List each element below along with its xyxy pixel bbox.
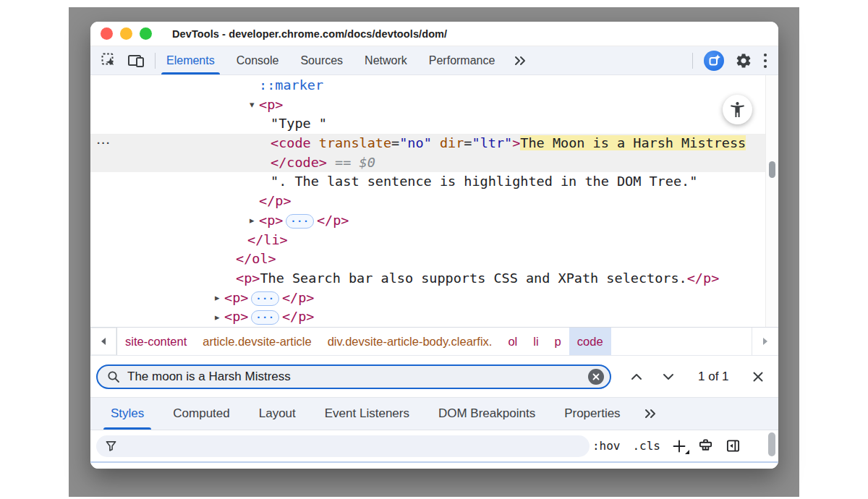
dom-scrollbar-thumb[interactable] bbox=[769, 161, 775, 178]
hidden-children-ellipsis-badge[interactable]: ··· bbox=[286, 214, 313, 229]
styles-tab-styles[interactable]: Styles bbox=[96, 398, 158, 430]
panel-tabs: ElementsConsoleSourcesNetworkPerformance bbox=[156, 46, 506, 74]
hidden-children-ellipsis-badge[interactable]: ··· bbox=[251, 291, 278, 306]
dom-tree-node[interactable]: </li> bbox=[90, 231, 765, 250]
token-plain: = bbox=[391, 135, 399, 150]
more-panels-chevrons-icon[interactable] bbox=[635, 398, 667, 430]
dom-tree-node[interactable]: </p> bbox=[90, 192, 765, 211]
toolbar-right-icons bbox=[692, 46, 778, 74]
dom-tree-node[interactable]: ::marker bbox=[90, 76, 765, 95]
styles-tab-layout[interactable]: Layout bbox=[244, 398, 310, 430]
kebab-menu-icon[interactable] bbox=[763, 53, 767, 69]
dom-tree-node[interactable]: ▸<p>···</p> bbox=[90, 289, 765, 308]
dom-tree-node[interactable]: </code> == $0 bbox=[90, 153, 765, 173]
token-attr: dir bbox=[440, 135, 464, 150]
toolbar-left-icons bbox=[90, 46, 155, 74]
dom-scrollbar[interactable] bbox=[765, 75, 778, 327]
styles-scrollbar-thumb[interactable] bbox=[768, 432, 775, 456]
hidden-children-ellipsis-badge[interactable]: ··· bbox=[251, 310, 278, 325]
token-tag: > bbox=[512, 135, 520, 150]
settings-gear-icon[interactable] bbox=[735, 52, 752, 69]
traffic-lights bbox=[101, 27, 152, 40]
inspect-element-icon[interactable] bbox=[101, 52, 117, 69]
styles-pane-tabs: StylesComputedLayoutEvent ListenersDOM B… bbox=[90, 397, 778, 430]
disclosure-triangle-icon[interactable]: ▾ bbox=[250, 95, 259, 115]
token-gray: == bbox=[327, 155, 359, 170]
ai-assistance-icon[interactable] bbox=[704, 51, 724, 71]
token-plain: ". The last sentence is highlighted in t… bbox=[271, 174, 697, 189]
chevron-down-icon[interactable] bbox=[662, 372, 675, 381]
page: DevTools - developer.chrome.com/docs/dev… bbox=[0, 0, 868, 499]
token-pseudo: ::marker bbox=[259, 77, 323, 93]
toolbar-right-divider bbox=[692, 53, 693, 69]
token-plain: "Type " bbox=[271, 116, 327, 131]
breadcrumb-item-ol[interactable]: ol bbox=[500, 328, 525, 355]
funnel-filter-icon bbox=[105, 440, 117, 452]
filter-bar-controls: :hov .cls bbox=[592, 438, 741, 453]
token-tag: <p> bbox=[224, 290, 248, 305]
token-plain: The Search bar also supports CSS and XPa… bbox=[260, 270, 686, 286]
disclosure-triangle-icon[interactable]: ▸ bbox=[215, 289, 224, 308]
search-input[interactable] bbox=[127, 370, 588, 384]
dom-tree-node[interactable]: <p>The Search bar also supports CSS and … bbox=[90, 269, 765, 289]
dom-tree-node[interactable]: ". The last sentence is highlighted in t… bbox=[90, 172, 765, 192]
dock-sidebar-icon[interactable] bbox=[726, 438, 741, 453]
dom-tree-node[interactable]: ▸<p>···</p> bbox=[90, 307, 765, 327]
tab-network[interactable]: Network bbox=[354, 46, 418, 74]
token-tag: <p> bbox=[259, 97, 283, 112]
breadcrumb-item-p[interactable]: p bbox=[547, 328, 569, 355]
token-tag: <code bbox=[271, 135, 311, 150]
scroll-right-arrow-icon[interactable] bbox=[752, 328, 778, 355]
search-pill bbox=[96, 364, 611, 389]
breadcrumb-item-li[interactable]: li bbox=[525, 328, 546, 355]
dom-tree-node[interactable]: ···<code translate="no" dir="ltr">The Mo… bbox=[90, 134, 765, 153]
token-tag: <p> bbox=[224, 309, 248, 324]
maximize-traffic-light[interactable] bbox=[140, 27, 152, 40]
token-tag: </p> bbox=[687, 270, 720, 286]
disclosure-triangle-icon[interactable]: ▸ bbox=[250, 211, 259, 231]
tab-elements[interactable]: Elements bbox=[156, 46, 226, 74]
styles-tab-properties[interactable]: Properties bbox=[550, 398, 634, 430]
styles-tab-computed[interactable]: Computed bbox=[158, 398, 244, 430]
scroll-left-arrow-icon[interactable] bbox=[90, 328, 117, 355]
accessibility-person-icon[interactable] bbox=[723, 95, 752, 124]
dom-tree: ::marker▾<p>"Type "···<code translate="n… bbox=[90, 75, 778, 327]
class-toggle[interactable]: .cls bbox=[632, 439, 660, 453]
token-tag: <p> bbox=[236, 270, 260, 286]
search-result-count: 1 of 1 bbox=[698, 370, 729, 384]
plus-icon[interactable] bbox=[673, 440, 686, 453]
close-traffic-light[interactable] bbox=[101, 27, 113, 40]
dom-tree-node[interactable]: ▸<p>···</p> bbox=[90, 211, 765, 231]
breadcrumb-item-div-devsite-article-body-clearfix[interactable]: div.devsite-article-body.clearfix. bbox=[320, 328, 501, 355]
brush-icon[interactable] bbox=[698, 438, 713, 453]
pseudo-state-toggle[interactable]: :hov bbox=[592, 439, 621, 453]
node-options-dots-icon[interactable]: ··· bbox=[97, 134, 111, 153]
dom-tree-node[interactable]: "Type " bbox=[90, 114, 765, 134]
token-dollar: $0 bbox=[359, 155, 375, 170]
main-toolbar: ElementsConsoleSourcesNetworkPerformance bbox=[90, 46, 778, 75]
styles-tab-dom-breakpoints[interactable]: DOM Breakpoints bbox=[424, 398, 550, 430]
magnifier-icon bbox=[106, 370, 121, 384]
tab-console[interactable]: Console bbox=[226, 46, 290, 74]
device-toolbar-icon[interactable] bbox=[127, 53, 146, 69]
dom-tree-node[interactable]: ▾<p> bbox=[90, 95, 765, 115]
styles-tab-event-listeners[interactable]: Event Listeners bbox=[310, 398, 424, 430]
clear-circle-x-icon[interactable] bbox=[588, 369, 604, 385]
tab-sources[interactable]: Sources bbox=[289, 46, 354, 74]
dom-tree-node[interactable]: </ol> bbox=[90, 250, 765, 269]
token-plain bbox=[311, 135, 319, 150]
minimize-traffic-light[interactable] bbox=[120, 27, 132, 40]
style-filter-input[interactable] bbox=[123, 440, 581, 452]
breadcrumb-item-code[interactable]: code bbox=[569, 328, 611, 355]
tab-performance[interactable]: Performance bbox=[418, 46, 506, 74]
token-tag: </p> bbox=[282, 309, 315, 324]
token-tag: <p> bbox=[259, 213, 283, 228]
window-title: DevTools - developer.chrome.com/docs/dev… bbox=[172, 28, 447, 40]
chevron-up-icon[interactable] bbox=[630, 372, 643, 381]
disclosure-triangle-icon[interactable]: ▸ bbox=[215, 308, 224, 327]
close-x-icon[interactable] bbox=[752, 371, 764, 383]
more-tabs-chevrons-icon[interactable] bbox=[506, 46, 536, 74]
breadcrumb-item-site-content[interactable]: site-content bbox=[117, 328, 195, 355]
breadcrumb-item-article-devsite-article[interactable]: article.devsite-article bbox=[195, 328, 319, 355]
token-plain: = bbox=[464, 135, 472, 150]
